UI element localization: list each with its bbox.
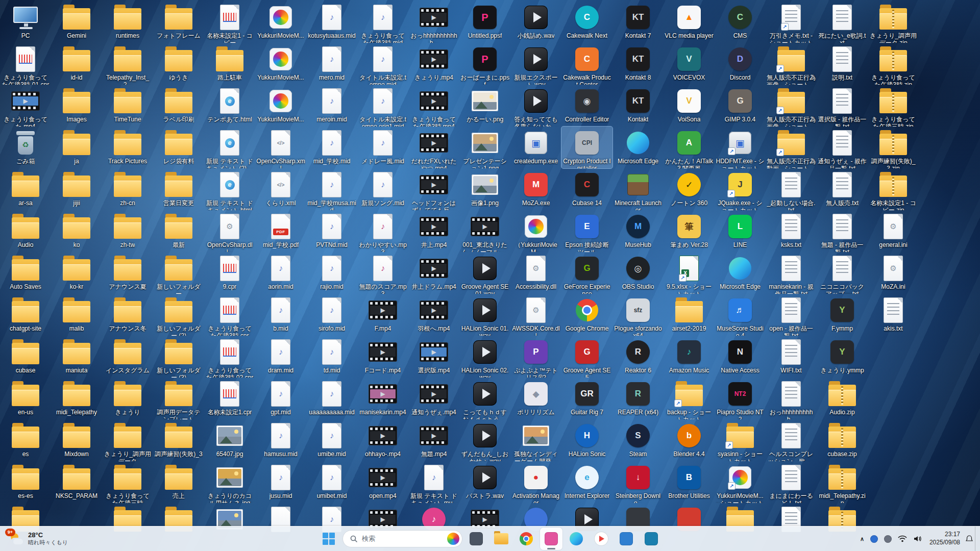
- desktop-icon-uaaaaaaaaa-mid[interactable]: ♪uaaaaaaaaa.mid: [306, 378, 357, 419]
- desktop-icon-item[interactable]: ↗無人販売不正行為画像 - ショートカット: [766, 85, 817, 127]
- desktop-icon-360[interactable]: ✓ノートン 360: [664, 168, 715, 210]
- desktop-icon-images[interactable]: Images: [51, 85, 102, 127]
- desktop-icon-1-png[interactable]: プレゼンテーション1.png: [459, 127, 510, 168]
- desktop-icon-open-txt[interactable]: open - 親作品一覧.txt: [766, 294, 817, 336]
- desktop-icon-3-cpr[interactable]: きょうり食ってた午後3時.cpr: [204, 294, 255, 336]
- desktop-icon-f-mp4[interactable]: ▶F.mp4: [357, 294, 408, 336]
- desktop-icon-zh-tw[interactable]: zh-tw: [102, 210, 153, 252]
- desktop-icon-mp4[interactable]: ▶選択版.mp4: [408, 336, 459, 378]
- pinned-app-dark[interactable]: [465, 528, 487, 550]
- desktop-icon-mp4[interactable]: ▶羽根へ.mp4: [408, 294, 459, 336]
- desktop-icon-3-zip[interactable]: 調声練習(失敗)_3.zip: [868, 127, 919, 168]
- desktop-icon-umibe-mid[interactable]: ♪umibe.mid: [306, 419, 357, 461]
- show-desktop-button[interactable]: [975, 527, 978, 551]
- desktop-icon-brother-utilities[interactable]: BBrother Utilities: [664, 461, 715, 503]
- desktop-icon-hhhhhhhhhhh[interactable]: ▶おっhhhhhhhhhhh...: [408, 1, 459, 43]
- desktop-icon-wav[interactable]: 新規エクスポート.wav: [510, 43, 561, 85]
- desktop-icon-aitalk-3[interactable]: Aかんたん！AITalk 3 関西風: [664, 127, 715, 168]
- desktop-icon-3[interactable]: 新しいフォルダー (3): [153, 336, 204, 378]
- desktop-icon-plogue-sforzando-x64[interactable]: sfzPlogue sforzando x64: [612, 294, 664, 336]
- desktop-icon-microsoft-edge[interactable]: Microsoft Edge: [715, 252, 766, 294]
- desktop-icon-runtimes[interactable]: runtimes: [102, 1, 153, 43]
- desktop-icon-guitar-rig-7[interactable]: GRGuitar Rig 7: [561, 378, 612, 419]
- desktop-icon-aorin-mid[interactable]: ♪aorin.mid: [255, 252, 306, 294]
- desktop-icon-awssdk-core-dll[interactable]: ⚙AWSSDK.Core.dll: [510, 294, 561, 336]
- taskbar-clock[interactable]: 23:17 2025/09/08: [926, 531, 964, 546]
- desktop-icon-audio-zip[interactable]: Audio.zip: [817, 378, 868, 419]
- desktop-icon-item[interactable]: ↗無人販売不正行為画像 - ショートカッ...: [766, 43, 817, 85]
- desktop-icon-hhhhhhhhhh[interactable]: おっhhhhhhhhhh...: [766, 378, 817, 419]
- desktop-icon-backup[interactable]: ↗backup - ショートカット: [664, 378, 715, 419]
- desktop-icon-syasinn[interactable]: ↗syasinn - ショートカット: [715, 419, 766, 461]
- desktop-icon-item[interactable]: 最新: [153, 210, 204, 252]
- desktop-icon-item[interactable]: きょうり食ってた午後三時: [102, 461, 153, 503]
- desktop-icon-jquake-exe[interactable]: J↗JQuake.exe - ショートカット: [715, 168, 766, 210]
- desktop-icon-halion-sonic[interactable]: HHALion Sonic: [561, 419, 612, 461]
- desktop-icon-pvtnd-mid[interactable]: ♪PVTNd.mid: [306, 210, 357, 252]
- desktop-icon-mp4[interactable]: ▶ヘッドフォンはずしてても反応するやつ.mp4: [408, 168, 459, 210]
- desktop-icon-rajio-mid[interactable]: ♪rajio.mid: [306, 252, 357, 294]
- desktop-icon-general-ini[interactable]: ⚙general.ini: [868, 210, 919, 252]
- desktop-icon-musescore-studio-4[interactable]: ♬MuseScore Studio 4: [715, 294, 766, 336]
- desktop-icon-activation-manager[interactable]: ●Activation Manager: [510, 461, 561, 503]
- desktop-icon-yukkurimoviem[interactable]: ↗YukkuriMovieM... - ショートカット: [715, 461, 766, 503]
- desktop-icon-mp4[interactable]: ▶きょうり食ってた.mp4: [0, 85, 51, 127]
- desktop-icon-cubase-14[interactable]: CCubase 14: [561, 168, 612, 210]
- desktop-icon-txt[interactable]: 無題 - 親作品一覧.txt: [817, 210, 868, 252]
- desktop-icon-es-es[interactable]: es-es: [0, 461, 51, 503]
- desktop-icon-item[interactable]: 売上: [153, 461, 204, 503]
- desktop-icon-1-zip[interactable]: 名称未設定1 - コピー.zip: [868, 168, 919, 210]
- desktop-icon-track-pictures[interactable]: Track Pictures: [102, 127, 153, 168]
- desktop-icon-untitled-ppsf[interactable]: PUntitled.ppsf: [459, 1, 510, 43]
- desktop-icon-ver-28[interactable]: 筆筆まめ Ver.28: [664, 210, 715, 252]
- desktop-icon-item[interactable]: レジ袋有料: [153, 127, 204, 168]
- desktop-icon-sirofo-mid[interactable]: ♪sirofo.mid: [306, 294, 357, 336]
- desktop-icon-wav[interactable]: 小銭詰め.wav: [510, 1, 561, 43]
- desktop-icon-moza-ini[interactable]: ⚙MoZA.ini: [868, 252, 919, 294]
- desktop-icon-txt[interactable]: 説明.txt: [817, 43, 868, 85]
- desktop-icon-3[interactable]: 調声練習(失敗)_3: [153, 419, 204, 461]
- desktop-icon-png[interactable]: かるーい.png: [459, 85, 510, 127]
- tray-app-2[interactable]: [881, 529, 895, 549]
- desktop-icon-jpg[interactable]: きょうりのカコル用サムネ.jpg: [204, 461, 255, 503]
- desktop-icon-discord[interactable]: DDiscord: [715, 43, 766, 85]
- desktop-icon-mero-mid[interactable]: ♪mero.mid: [306, 43, 357, 85]
- desktop-icon-midi-telepathy-zip[interactable]: midi_Telepathy.zip: [817, 461, 868, 503]
- desktop-icon-txt[interactable]: ↗万引きメモ.txt - ショートカット: [766, 1, 817, 43]
- desktop-icon-midi-telepathy[interactable]: midi_Telepathy: [51, 378, 102, 419]
- desktop-icon-txt[interactable]: 選択版 - 親作品一覧.txt: [817, 85, 868, 127]
- desktop-icon-ar-sa[interactable]: ar-sa: [0, 168, 51, 210]
- desktop-icon-item[interactable]: 路上駐車: [204, 43, 255, 85]
- desktop-icon-e-txt[interactable]: 死にたい_e歌詞.txt: [817, 1, 868, 43]
- desktop-icon-zh-cn[interactable]: zh-cn: [102, 168, 153, 210]
- tray-app-1[interactable]: [867, 529, 881, 549]
- desktop-icon-2[interactable]: Pぷよぷよ™テトリス®2: [510, 336, 561, 378]
- desktop-icon-item[interactable]: アナウンス冬: [102, 294, 153, 336]
- desktop-icon-item[interactable]: 調声用データテンプレート: [153, 378, 204, 419]
- desktop-icon-3-01-cpr[interactable]: きょうり食ってた午後3時-01.cpr: [0, 43, 51, 85]
- file-explorer[interactable]: [490, 528, 512, 550]
- desktop-icon-1-png[interactable]: 画像1.png: [459, 168, 510, 210]
- desktop-icon-ppsf[interactable]: Pおーばーまに.ppsf: [459, 43, 510, 85]
- desktop-icon-steinberg-downlo[interactable]: ↓Steinberg Downlo...: [612, 461, 664, 503]
- desktop-icon-moza-exe[interactable]: MMoZA.exe: [510, 168, 561, 210]
- desktop-icon-hddfmt-exe[interactable]: ▣↗HDDFMT.exe - ショートカット: [715, 127, 766, 168]
- desktop-icon-item[interactable]: ♻ごみ箱: [0, 127, 51, 168]
- desktop-icon-mp4[interactable]: ▶通知うぜぇ.mp4: [408, 378, 459, 419]
- desktop-icon-native-access[interactable]: NNative Access: [715, 336, 766, 378]
- desktop-icon-id-id[interactable]: id-id: [51, 43, 102, 85]
- desktop-icon-geforce-experience[interactable]: GGeForce Experience: [561, 252, 612, 294]
- desktop-icon-item[interactable]: ↗無人販売不正行為動画 - ショートカット: [766, 127, 817, 168]
- desktop-icon-pc[interactable]: PC: [0, 1, 51, 43]
- desktop-icon-td-mid[interactable]: ♪td.mid: [306, 336, 357, 378]
- desktop-icon-steam[interactable]: SSteam: [612, 419, 664, 461]
- desktop-icon-yukkurimoviem[interactable]: YukkuriMovieM...: [255, 1, 306, 43]
- desktop-icon-gpt-mid[interactable]: ♪gpt.mid: [255, 378, 306, 419]
- desktop-icon-ksks-txt[interactable]: ksks.txt: [766, 210, 817, 252]
- desktop-icon-voisona[interactable]: VVoiSona: [664, 85, 715, 127]
- desktop-icon-kontakt-8[interactable]: KTKontakt 8: [612, 43, 664, 85]
- desktop-icon-manisekarin-mp4[interactable]: ▶manisekarin.mp4: [357, 378, 408, 419]
- desktop-icon-yukkurimoviem[interactable]: YukkuriMovieM...: [255, 85, 306, 127]
- desktop-icon-9-5-xlsx[interactable]: X↗9.5.xlsx - ショートカット: [664, 252, 715, 294]
- desktop-icon-jusu-mid[interactable]: ♪jusu.mid: [255, 461, 306, 503]
